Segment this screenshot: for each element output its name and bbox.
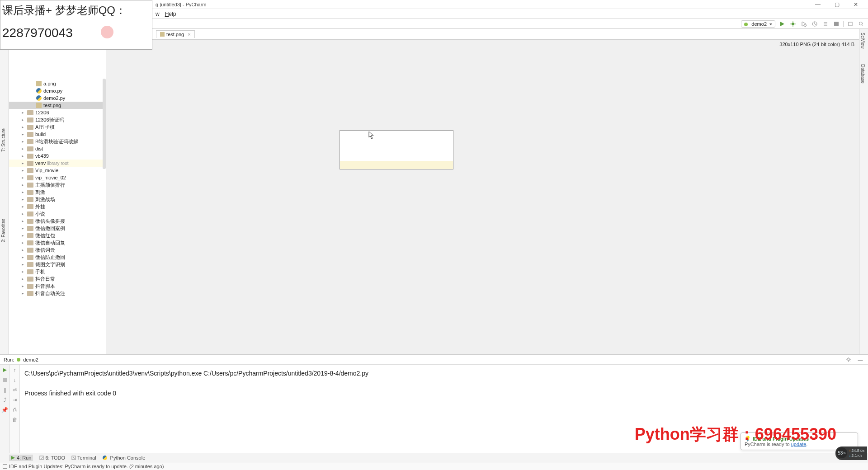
chevron-right-icon[interactable]: ▸	[22, 146, 26, 151]
tree-folder[interactable]: ▸venvlibrary root	[9, 160, 106, 167]
tree-file-test-png[interactable]: test.png	[9, 102, 106, 109]
chevron-right-icon[interactable]: ▸	[22, 139, 26, 144]
tree-folder[interactable]: ▸截图文字识别	[9, 261, 106, 268]
chevron-right-icon[interactable]: ▸	[22, 255, 26, 259]
chevron-right-icon[interactable]: ▸	[22, 291, 26, 296]
coverage-icon[interactable]	[800, 20, 808, 28]
chevron-right-icon[interactable]: ▸	[22, 190, 26, 194]
tree-folder[interactable]: ▸微信防止撤回	[9, 254, 106, 261]
tree-folder[interactable]: ▸12306	[9, 109, 106, 116]
chevron-right-icon[interactable]: ▸	[22, 197, 26, 202]
print-icon[interactable]: ⎙	[11, 406, 19, 414]
chevron-right-icon[interactable]: ▸	[22, 212, 26, 216]
sidebar-tab-database[interactable]: Database	[860, 64, 865, 84]
tree-file-a-png[interactable]: a.png	[9, 80, 106, 87]
wrap-icon[interactable]: ⏎	[11, 386, 19, 394]
bottom-tab-terminal[interactable]: Terminal	[71, 455, 96, 461]
chevron-right-icon[interactable]: ▸	[22, 262, 26, 267]
image-canvas[interactable]	[106, 49, 859, 354]
tree-folder[interactable]: ▸抖音自动关注	[9, 290, 106, 297]
tree-folder[interactable]: ▸外挂	[9, 203, 106, 210]
chevron-right-icon[interactable]: ▸	[22, 168, 26, 173]
tree-folder[interactable]: ▸微信自动回复	[9, 239, 106, 246]
exit-icon[interactable]: ⤴	[1, 396, 9, 404]
tree-folder[interactable]: ▸B站滑块验证码破解	[9, 138, 106, 145]
tree-file-demo-py[interactable]: demo.py	[9, 87, 106, 94]
chevron-right-icon[interactable]: ▸	[22, 183, 26, 187]
chevron-right-icon[interactable]: ▸	[22, 175, 26, 180]
chevron-right-icon[interactable]: ▸	[22, 277, 26, 281]
tree-folder[interactable]: ▸抖音日常	[9, 275, 106, 282]
run-config-selector[interactable]: demo2	[741, 20, 775, 28]
sidebar-tab-favorites[interactable]: 2: Favorites	[1, 219, 6, 242]
chevron-right-icon[interactable]: ▸	[22, 284, 26, 288]
scroll-end-icon[interactable]: ⇥	[11, 396, 19, 404]
tree-folder[interactable]: ▸vip_movie_02	[9, 174, 106, 181]
chevron-right-icon[interactable]: ▸	[22, 240, 26, 245]
tree-folder[interactable]: ▸dist	[9, 145, 106, 152]
bottom-tab-todo[interactable]: 6: TODO	[39, 455, 65, 461]
chevron-right-icon[interactable]: ▸	[22, 269, 26, 274]
run-icon[interactable]	[778, 20, 786, 28]
chevron-right-icon[interactable]: ▸	[22, 219, 26, 223]
stop-icon[interactable]	[832, 20, 840, 28]
update-icon[interactable]	[846, 20, 854, 28]
tab-close-icon[interactable]: ×	[188, 32, 190, 37]
sidebar-tab-structure[interactable]: 7: Structure	[1, 128, 6, 152]
bottom-tab-run[interactable]: 4: Run	[9, 455, 33, 461]
preview-image	[340, 130, 453, 169]
chevron-right-icon[interactable]: ▸	[22, 204, 26, 209]
search-icon[interactable]	[857, 20, 865, 28]
tree-folder[interactable]: ▸抖音脚本	[9, 282, 106, 290]
stop-run-icon[interactable]	[1, 376, 9, 384]
left-gutter: 7: Structure 2: Favorites	[0, 29, 9, 354]
menu-item-help[interactable]: Help	[163, 10, 178, 18]
menu-item-w[interactable]: w	[154, 10, 161, 18]
run-gutter-right: ↑ ↓ ⏎ ⇥ ⎙ 🗑	[10, 365, 20, 453]
profile-icon[interactable]	[811, 20, 819, 28]
tree-folder[interactable]: ▸build	[9, 131, 106, 138]
chevron-right-icon[interactable]: ▸	[22, 110, 26, 115]
tree-folder[interactable]: ▸微信红包	[9, 232, 106, 239]
tree-folder[interactable]: ▸刺激战场	[9, 196, 106, 203]
tree-item-label: 截图文字识别	[35, 261, 65, 268]
minimize-icon[interactable]: —	[811, 1, 825, 8]
tree-folder[interactable]: ▸vb439	[9, 152, 106, 160]
tree-folder[interactable]: ▸12306验证码	[9, 116, 106, 123]
tree-folder[interactable]: ▸微信头像拼接	[9, 217, 106, 225]
tree-folder[interactable]: ▸Vip_movie	[9, 167, 106, 174]
down-arrow-icon[interactable]: ↓	[11, 376, 19, 384]
chevron-right-icon[interactable]: ▸	[22, 154, 26, 158]
tree-folder[interactable]: ▸微信词云	[9, 246, 106, 254]
chevron-right-icon[interactable]: ▸	[22, 248, 26, 252]
up-arrow-icon[interactable]: ↑	[11, 367, 19, 374]
tree-file-demo2-py[interactable]: demo2.py	[9, 94, 106, 102]
trash-icon[interactable]: 🗑	[11, 416, 19, 423]
rerun-icon[interactable]	[1, 367, 9, 374]
maximize-icon[interactable]: ▢	[830, 1, 844, 8]
close-icon[interactable]: ✕	[849, 1, 863, 8]
project-tree[interactable]: a.pngdemo.pydemo2.pytest.png▸12306▸12306…	[9, 29, 106, 354]
pin-icon[interactable]: 📌	[1, 406, 9, 414]
tree-folder[interactable]: ▸微信撤回案例	[9, 225, 106, 232]
chevron-right-icon[interactable]: ▸	[22, 226, 26, 230]
chevron-right-icon[interactable]: ▸	[22, 132, 26, 136]
chevron-right-icon[interactable]: ▸	[22, 233, 26, 238]
debug-icon[interactable]	[789, 20, 797, 28]
bottom-tab-pyconsole[interactable]: Python Console	[103, 455, 146, 461]
tree-folder[interactable]: ▸手机	[9, 268, 106, 275]
chevron-right-icon[interactable]: ▸	[22, 125, 26, 129]
settings-icon[interactable]	[844, 356, 853, 364]
minimize-panel-icon[interactable]: —	[856, 356, 864, 364]
scrollbar[interactable]	[103, 79, 106, 169]
tree-folder[interactable]: ▸刺激	[9, 188, 106, 196]
tree-folder[interactable]: ▸AI五子棋	[9, 123, 106, 131]
tab-test-png[interactable]: test.png ×	[156, 30, 195, 38]
attach-icon[interactable]	[821, 20, 830, 28]
pause-icon[interactable]: ‖	[1, 386, 9, 394]
tree-folder[interactable]: ▸主播颜值排行	[9, 181, 106, 188]
chevron-right-icon[interactable]: ▸	[22, 161, 26, 165]
chevron-right-icon[interactable]: ▸	[22, 118, 26, 122]
tree-folder[interactable]: ▸小说	[9, 210, 106, 217]
sidebar-tab-sciview[interactable]: SciView	[860, 33, 865, 48]
